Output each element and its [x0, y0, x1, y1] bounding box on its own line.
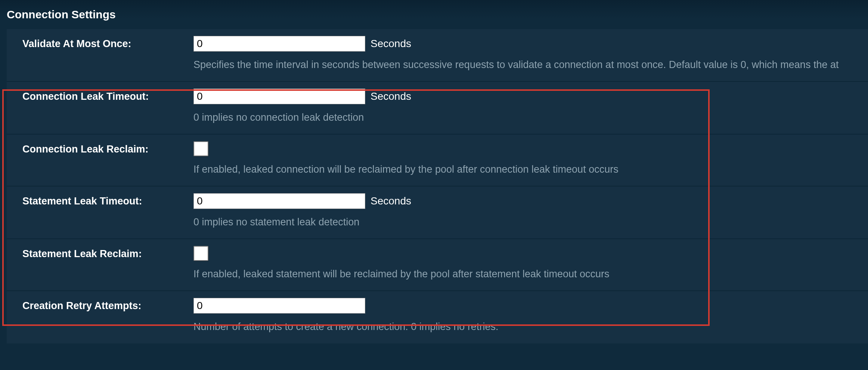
connection-leak-timeout-unit: Seconds: [371, 90, 411, 102]
label-validate-at-most-once: Validate At Most Once:: [7, 36, 193, 50]
label-creation-retry-attempts: Creation Retry Attempts:: [7, 298, 193, 312]
statement-leak-timeout-input[interactable]: [193, 193, 365, 209]
row-creation-retry-attempts: Creation Retry Attempts: Number of attem…: [7, 291, 868, 343]
label-connection-leak-timeout: Connection Leak Timeout:: [7, 89, 193, 102]
connection-settings-form: Validate At Most Once: Seconds Specifies…: [7, 29, 868, 343]
statement-leak-reclaim-checkbox[interactable]: [193, 246, 208, 261]
validate-at-most-once-input[interactable]: [193, 36, 365, 52]
connection-leak-reclaim-desc: If enabled, leaked connection will be re…: [193, 163, 868, 176]
connection-leak-timeout-desc: 0 implies no connection leak detection: [193, 111, 868, 124]
creation-retry-attempts-input[interactable]: [193, 298, 365, 314]
row-connection-leak-timeout: Connection Leak Timeout: Seconds 0 impli…: [7, 82, 868, 135]
row-statement-leak-timeout: Statement Leak Timeout: Seconds 0 implie…: [7, 186, 868, 239]
statement-leak-timeout-unit: Seconds: [371, 195, 411, 207]
row-connection-leak-reclaim: Connection Leak Reclaim: If enabled, lea…: [7, 135, 868, 186]
connection-leak-reclaim-checkbox[interactable]: [193, 141, 208, 156]
statement-leak-reclaim-desc: If enabled, leaked statement will be rec…: [193, 268, 868, 281]
row-validate-at-most-once: Validate At Most Once: Seconds Specifies…: [7, 29, 868, 82]
label-statement-leak-reclaim: Statement Leak Reclaim:: [7, 246, 193, 260]
connection-leak-timeout-input[interactable]: [193, 89, 365, 104]
section-title: Connection Settings: [0, 0, 868, 29]
validate-at-most-once-unit: Seconds: [371, 38, 411, 50]
label-statement-leak-timeout: Statement Leak Timeout:: [7, 193, 193, 207]
row-statement-leak-reclaim: Statement Leak Reclaim: If enabled, leak…: [7, 239, 868, 291]
creation-retry-attempts-desc: Number of attempts to create a new conne…: [193, 320, 868, 333]
statement-leak-timeout-desc: 0 implies no statement leak detection: [193, 216, 868, 229]
label-connection-leak-reclaim: Connection Leak Reclaim:: [7, 141, 193, 155]
validate-at-most-once-desc: Specifies the time interval in seconds b…: [193, 58, 868, 71]
